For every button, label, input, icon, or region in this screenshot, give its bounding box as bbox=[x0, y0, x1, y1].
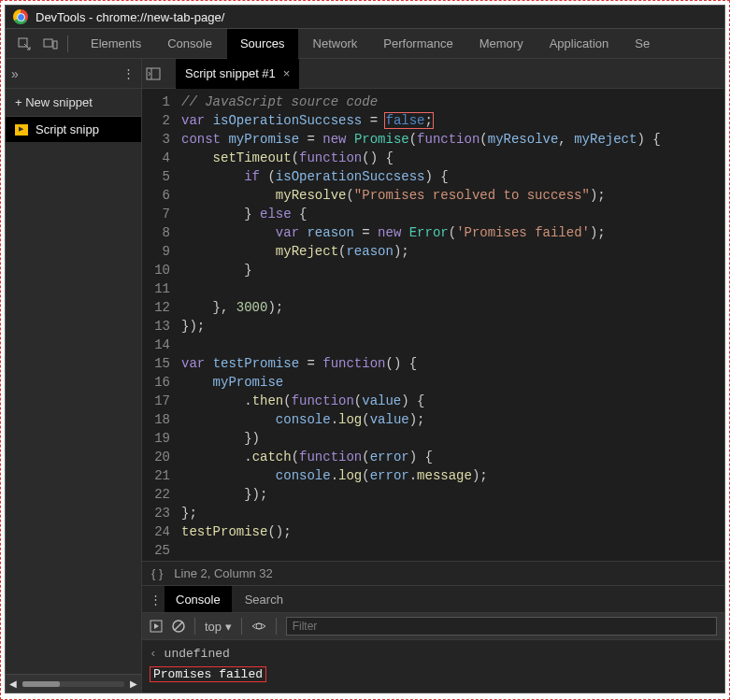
snippet-icon bbox=[15, 124, 28, 136]
editor-tab-label: Script snippet #1 bbox=[185, 66, 276, 80]
code-content[interactable]: // JavaScript source codevar isOperation… bbox=[178, 89, 724, 561]
editor-status: { } Line 2, Column 32 bbox=[142, 561, 724, 585]
snippet-item-label: Script snipp bbox=[36, 122, 99, 136]
devtools-window: DevTools - chrome://new-tab-page/ Elemen… bbox=[5, 5, 725, 693]
console-result-text: Promises failed bbox=[150, 666, 266, 682]
context-selector[interactable]: top ▾ bbox=[205, 620, 232, 634]
svg-rect-1 bbox=[44, 39, 52, 47]
window-title: DevTools - chrome://new-tab-page/ bbox=[36, 10, 224, 24]
line-gutter: 1234567891011121314151617181920212223242… bbox=[142, 89, 178, 561]
editor-tab[interactable]: Script snippet #1 × bbox=[176, 59, 299, 89]
live-expression-icon[interactable] bbox=[251, 621, 266, 632]
close-icon[interactable]: × bbox=[283, 66, 291, 80]
sidebar-scroll-thumb[interactable] bbox=[22, 681, 60, 687]
svg-rect-2 bbox=[53, 41, 57, 49]
drawer-tab-console[interactable]: Console bbox=[165, 586, 232, 612]
sidebar-scrollbar[interactable]: ◀ ▶ bbox=[6, 674, 141, 693]
drawer-tab-search[interactable]: Search bbox=[234, 586, 294, 612]
tab-security-partial[interactable]: Se bbox=[622, 29, 663, 59]
tab-console[interactable]: Console bbox=[154, 29, 225, 59]
tab-memory[interactable]: Memory bbox=[466, 29, 537, 59]
svg-point-8 bbox=[256, 623, 262, 629]
chrome-icon bbox=[13, 9, 28, 24]
pretty-print-icon[interactable]: { } bbox=[151, 566, 163, 580]
console-output[interactable]: undefined Promises failed bbox=[142, 640, 724, 693]
inspect-icon[interactable] bbox=[11, 31, 37, 57]
svg-line-7 bbox=[175, 622, 182, 630]
tab-network[interactable]: Network bbox=[300, 29, 371, 59]
separator bbox=[194, 618, 195, 635]
clear-console-icon[interactable] bbox=[172, 620, 185, 633]
tab-performance[interactable]: Performance bbox=[370, 29, 465, 59]
console-filter-input[interactable] bbox=[286, 617, 717, 636]
main-tabs: Elements Console Sources Network Perform… bbox=[6, 29, 724, 59]
tab-sources[interactable]: Sources bbox=[227, 29, 298, 59]
device-icon[interactable] bbox=[37, 31, 64, 57]
separator bbox=[276, 618, 277, 635]
snippets-sidebar: » ⋮ + New snippet Script snipp ◀ ▶ bbox=[6, 59, 142, 693]
drawer: ⋮ Console Search top ▾ bbox=[142, 585, 724, 693]
cursor-position: Line 2, Column 32 bbox=[174, 566, 273, 580]
expand-panels-icon[interactable]: » bbox=[11, 66, 19, 81]
scroll-right-icon[interactable]: ▶ bbox=[130, 679, 137, 689]
svg-rect-3 bbox=[147, 68, 160, 79]
tab-application[interactable]: Application bbox=[537, 29, 623, 59]
console-input-echo: undefined bbox=[150, 644, 717, 664]
console-result: Promises failed bbox=[150, 664, 717, 685]
title-bar: DevTools - chrome://new-tab-page/ bbox=[6, 6, 724, 29]
more-icon[interactable]: ⋮ bbox=[28, 66, 136, 80]
separator bbox=[241, 618, 242, 635]
snippet-item[interactable]: Script snipp bbox=[6, 117, 141, 142]
tab-elements[interactable]: Elements bbox=[78, 29, 154, 59]
separator bbox=[67, 36, 68, 52]
new-snippet-button[interactable]: + New snippet bbox=[6, 89, 141, 117]
code-editor[interactable]: 1234567891011121314151617181920212223242… bbox=[142, 89, 724, 561]
scroll-left-icon[interactable]: ◀ bbox=[9, 679, 17, 689]
run-last-icon[interactable] bbox=[150, 620, 163, 633]
toggle-navigator-icon[interactable] bbox=[146, 67, 172, 80]
drawer-more-icon[interactable]: ⋮ bbox=[146, 586, 163, 612]
sidebar-scroll-track[interactable] bbox=[22, 681, 124, 687]
